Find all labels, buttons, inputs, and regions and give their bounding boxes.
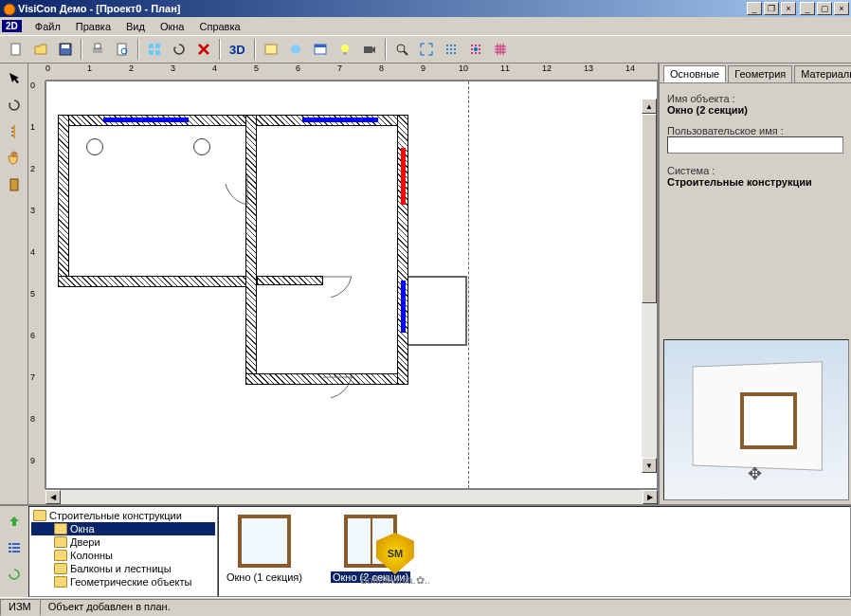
- minimize-button[interactable]: _: [800, 2, 815, 15]
- open-button[interactable]: [29, 38, 52, 61]
- svg-point-23: [454, 45, 456, 46]
- floor-plan-canvas[interactable]: ▲ ▼: [45, 81, 658, 489]
- window-marker[interactable]: [103, 118, 189, 122]
- camera-button[interactable]: [358, 38, 381, 61]
- wall[interactable]: [257, 276, 323, 285]
- tab-materials[interactable]: Материалы: [794, 65, 851, 82]
- lib-list-button[interactable]: [3, 536, 26, 559]
- folder-icon: [33, 510, 46, 521]
- tab-main[interactable]: Основные: [663, 65, 726, 82]
- mdi-minimize-button[interactable]: _: [747, 2, 762, 15]
- balcony-wall[interactable]: [465, 276, 467, 346]
- svg-rect-5: [95, 44, 100, 48]
- scrollbar-horizontal[interactable]: ◀ ▶: [45, 489, 658, 504]
- column-marker[interactable]: [193, 138, 210, 155]
- delete-button[interactable]: [192, 38, 215, 61]
- menu-file[interactable]: Файл: [27, 19, 68, 34]
- pan-tool[interactable]: [3, 147, 26, 170]
- print-button[interactable]: [86, 38, 109, 61]
- folder-icon: [54, 536, 67, 548]
- svg-point-35: [471, 52, 473, 54]
- svg-point-38: [474, 47, 478, 51]
- materials-button[interactable]: [284, 38, 307, 61]
- save-button[interactable]: [54, 38, 77, 61]
- library-items[interactable]: Окно (1 секция) Окно (2 секции): [218, 506, 851, 597]
- user-name-input[interactable]: [667, 136, 843, 154]
- scroll-down-button[interactable]: ▼: [642, 458, 657, 473]
- window-marker[interactable]: [302, 118, 378, 122]
- object-name-value: Окно (2 секции): [667, 104, 843, 116]
- mdi-close-button[interactable]: ×: [781, 2, 796, 15]
- balcony-wall[interactable]: [408, 344, 467, 346]
- menu-windows[interactable]: Окна: [153, 19, 192, 34]
- tree-item-geometry[interactable]: Геометрические объекты: [31, 575, 215, 589]
- toolbar-separator: [219, 39, 221, 60]
- menu-help[interactable]: Справка: [191, 19, 247, 34]
- main-area: 0 1 2 3 4 5 6 7 8 9 10 11 12 13 14 0 1 2…: [0, 63, 851, 504]
- properties-panel: Основные Геометрия Материалы Имя объекта…: [658, 63, 851, 504]
- walls-button[interactable]: [260, 38, 282, 61]
- tree-item-doors[interactable]: Двери: [31, 535, 215, 549]
- orbit-icon[interactable]: ✥: [748, 463, 762, 484]
- tree-item-windows[interactable]: Окна: [31, 522, 215, 535]
- new-button[interactable]: [5, 38, 27, 61]
- library-object-window-1[interactable]: Окно (1 секция): [226, 515, 302, 583]
- scroll-right-button[interactable]: ▶: [643, 490, 658, 504]
- scrollbar-vertical[interactable]: ▲ ▼: [642, 99, 657, 473]
- menu-view[interactable]: Вид: [118, 19, 153, 34]
- wall[interactable]: [58, 115, 69, 285]
- balcony-wall[interactable]: [408, 276, 467, 278]
- library-tree[interactable]: Строительные конструкции Окна Двери Коло…: [28, 506, 218, 597]
- rotate-tool[interactable]: [3, 94, 26, 117]
- toolbar-separator: [385, 39, 387, 60]
- drawing-area: 0 1 2 3 4 5 6 7 8 9 10 11 12 13 14 0 1 2…: [28, 63, 658, 504]
- selected-window[interactable]: [401, 148, 406, 205]
- measure-tool[interactable]: [3, 120, 26, 143]
- folder-icon: [54, 550, 67, 561]
- lib-up-button[interactable]: [3, 510, 26, 533]
- window-marker[interactable]: [401, 281, 406, 333]
- scroll-left-button[interactable]: ◀: [45, 490, 61, 504]
- light-button[interactable]: [334, 38, 356, 61]
- wall[interactable]: [245, 115, 257, 385]
- grid-dots-button[interactable]: [440, 38, 462, 61]
- calendar-button[interactable]: [309, 38, 332, 61]
- zoom-fit-button[interactable]: [415, 38, 438, 61]
- preview-3d[interactable]: ✥: [663, 339, 849, 500]
- svg-point-24: [446, 48, 448, 50]
- column-marker[interactable]: [86, 138, 103, 155]
- svg-line-20: [404, 51, 407, 55]
- wall[interactable]: [58, 276, 257, 287]
- zoom-button[interactable]: [390, 38, 413, 61]
- svg-point-28: [450, 52, 452, 54]
- mode-2d-badge[interactable]: 2D: [2, 20, 22, 32]
- svg-point-29: [454, 52, 456, 54]
- view-3d-button[interactable]: 3D: [225, 38, 250, 61]
- lib-refresh-button[interactable]: [3, 563, 26, 586]
- tree-item-columns[interactable]: Колонны: [31, 549, 215, 562]
- select-all-button[interactable]: [143, 38, 166, 61]
- svg-point-32: [479, 45, 480, 46]
- maximize-button[interactable]: ▢: [817, 2, 832, 15]
- menu-edit[interactable]: Правка: [68, 19, 118, 34]
- door-arc[interactable]: [323, 371, 361, 409]
- door-arc[interactable]: [323, 267, 361, 305]
- door-arc[interactable]: [221, 176, 259, 214]
- status-mode: ИЗМ: [0, 599, 40, 616]
- scroll-thumb[interactable]: [642, 114, 657, 303]
- door-tool[interactable]: [3, 173, 26, 196]
- scroll-track[interactable]: [61, 490, 643, 504]
- status-bar: ИЗМ Объект добавлен в план.: [0, 597, 851, 616]
- rotate-button[interactable]: [168, 38, 190, 61]
- grid-lines-button[interactable]: [489, 38, 512, 61]
- mdi-restore-button[interactable]: ❐: [764, 2, 779, 15]
- close-button[interactable]: ×: [834, 2, 849, 15]
- print-preview-button[interactable]: [111, 38, 134, 61]
- snap-button[interactable]: [464, 38, 487, 61]
- svg-rect-1: [11, 44, 20, 55]
- tree-item-balconies[interactable]: Балконы и лестницы: [31, 562, 215, 575]
- pointer-tool[interactable]: [3, 67, 26, 90]
- tab-geometry[interactable]: Геометрия: [728, 65, 792, 82]
- tree-root[interactable]: Строительные конструкции: [31, 509, 215, 522]
- scroll-up-button[interactable]: ▲: [642, 99, 657, 114]
